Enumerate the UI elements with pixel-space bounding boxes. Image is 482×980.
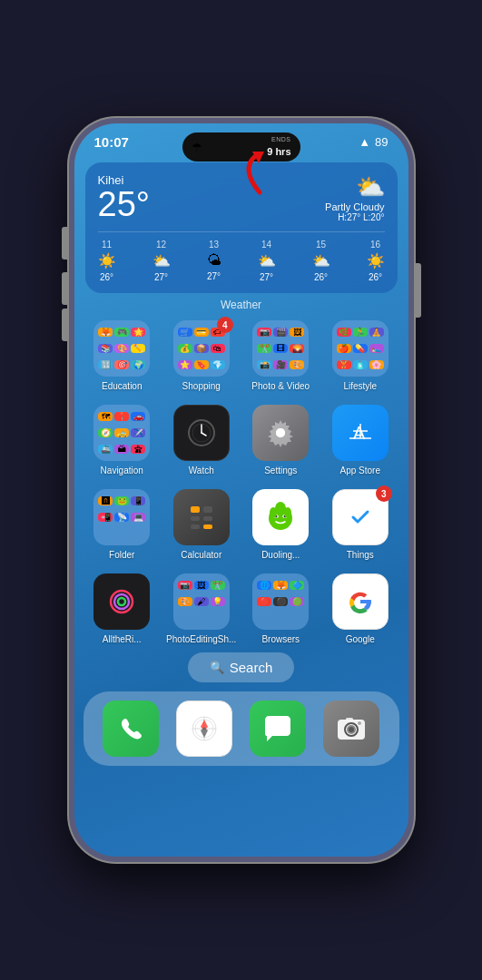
app-icon-wrap-folder: 🅰 🐸 📱 📲 📡 💻	[93, 489, 150, 545]
app-icon-wrap-lifestyle: 🌿 🏃 🧘 🍎 💊 🛌 🏋️ 🧴 🌸	[332, 320, 389, 377]
weather-top: Kihei 25° ⛅ Partly Cloudy H:27° L:20°	[98, 173, 385, 222]
app-icon-folder: 🅰 🐸 📱 📲 📡 💻	[93, 489, 150, 545]
svg-rect-37	[346, 718, 353, 720]
app-item-settings[interactable]: Settings	[244, 405, 319, 476]
phone-screen: 10:07 ▲ 89 ☂ ENDS 9 hrs	[74, 123, 408, 857]
forecast-day-3: 14 ⛅ 27°	[258, 240, 276, 282]
app-icon-google	[332, 573, 389, 630]
app-icon-wrap-browsers: 🌐 🦊 🔷 🔴 ⚫ 🟢	[252, 573, 309, 630]
app-icon-wrap-calculator	[173, 489, 230, 545]
search-pill[interactable]: 🔍 Search	[188, 652, 295, 682]
svg-rect-12	[203, 516, 212, 521]
app-item-navigation[interactable]: 🗺 📍 🚗 🧭 🚕 ✈️ 🚢 🏔 🛣 Navigation	[85, 405, 160, 476]
app-icon-wrap-photoediting: 📷 🖼 ✂️ 🎨 🖌 💡	[173, 573, 230, 630]
umbrella-icon: ☂	[192, 141, 202, 154]
app-label-photoediting: PhotoEditingSh...	[166, 634, 236, 645]
app-item-alltheri[interactable]: AlltheRi...	[85, 573, 160, 645]
forecast-day-5: 16 ☀️ 26°	[367, 240, 385, 282]
weather-condition: Partly Cloudy	[325, 201, 384, 212]
app-item-browsers[interactable]: 🌐 🦊 🔷 🔴 ⚫ 🟢 Browsers	[244, 573, 319, 645]
svg-point-36	[349, 727, 354, 732]
di-ends-label: ENDS	[267, 136, 290, 142]
app-label-calculator: Calculator	[181, 550, 221, 561]
forecast-day-0: 11 ☀️ 26°	[98, 240, 116, 282]
forecast-day-4: 15 ⛅ 26°	[312, 240, 330, 282]
app-item-google[interactable]: Google	[323, 573, 398, 645]
app-item-photoediting[interactable]: 📷 🖼 ✂️ 🎨 🖌 💡 PhotoEditingSh...	[164, 573, 239, 645]
app-item-folder[interactable]: 🅰 🐸 📱 📲 📡 💻 Folder	[85, 489, 160, 561]
app-label-browsers: Browsers	[261, 634, 300, 645]
search-magnifier-icon: 🔍	[210, 661, 224, 674]
dynamic-island[interactable]: ☂ ENDS 9 hrs	[182, 132, 300, 162]
app-item-watch[interactable]: Watch	[164, 405, 239, 476]
app-icon-wrap-watch	[173, 405, 230, 461]
app-label-things: Things	[347, 550, 374, 561]
app-item-lifestyle[interactable]: 🌿 🏃 🧘 🍎 💊 🛌 🏋️ 🧴 🌸 Lifestyle	[323, 320, 398, 392]
app-item-duolingo[interactable]: Duoling...	[244, 489, 319, 561]
svg-rect-14	[203, 524, 212, 529]
svg-rect-13	[191, 524, 200, 529]
svg-point-22	[270, 507, 277, 518]
app-icon-appstore: A	[332, 405, 389, 461]
app-label-shopping: Shopping	[182, 381, 221, 392]
weather-forecast: 11 ☀️ 26° 12 ⛅ 27° 13 🌤 27° 14 ⛅ 27	[98, 231, 385, 282]
app-item-shopping[interactable]: 🛒 💳 🏷 💰 📦 🛍 ⭐ 🔖 💎 4 Shopping	[164, 320, 239, 392]
search-bar: 🔍 Search	[74, 652, 408, 682]
badge-things: 3	[376, 485, 392, 502]
weather-icon: ⛅	[325, 173, 384, 201]
app-icon-calculator	[173, 489, 230, 545]
app-icon-lifestyle: 🌿 🏃 🧘 🍎 💊 🛌 🏋️ 🧴 🌸	[332, 320, 389, 377]
app-icon-wrap-education: 🦊 🎮 🌟 📚 🎨 ✏️ 🔢 🎯 🌍	[93, 320, 150, 377]
app-label-watch: Watch	[189, 466, 214, 476]
badge-shopping: 4	[217, 317, 233, 333]
svg-rect-10	[203, 506, 212, 513]
app-grid: 🦊 🎮 🌟 📚 🎨 ✏️ 🔢 🎯 🌍 Education	[74, 320, 408, 645]
app-icon-wrap-shopping: 🛒 💳 🏷 💰 📦 🛍 ⭐ 🔖 💎 4	[173, 320, 230, 377]
di-right: ENDS 9 hrs	[267, 136, 290, 159]
app-icon-wrap-alltheri	[93, 573, 150, 630]
wifi-icon: ▲	[359, 135, 370, 149]
app-label-settings: Settings	[264, 466, 297, 476]
app-label-education: Education	[102, 381, 142, 392]
svg-point-38	[358, 721, 361, 725]
app-item-education[interactable]: 🦊 🎮 🌟 📚 🎨 ✏️ 🔢 🎯 🌍 Education	[85, 320, 160, 392]
app-item-things[interactable]: 3 Things	[323, 489, 398, 561]
app-icon-wrap-duolingo	[252, 489, 309, 545]
weather-widget-label: Weather	[74, 299, 408, 311]
battery-icon: 89	[375, 135, 388, 149]
app-icon-wrap-navigation: 🗺 📍 🚗 🧭 🚕 ✈️ 🚢 🏔 🛣	[93, 405, 150, 461]
forecast-day-2: 13 🌤 27°	[207, 240, 221, 282]
app-label-folder: Folder	[109, 550, 134, 561]
app-item-photo-video[interactable]: 📷 🎬 🖼 ✂️ 🎞 🌄 📸 🎥 🎨 Photo & Video	[244, 320, 319, 392]
app-icon-duolingo	[252, 489, 309, 545]
app-icon-wrap-photo-video: 📷 🎬 🖼 ✂️ 🎞 🌄 📸 🎥 🎨	[252, 320, 309, 377]
svg-point-23	[284, 507, 291, 518]
app-label-appstore: App Store	[340, 466, 380, 476]
search-label: Search	[230, 660, 273, 675]
weather-high-low: H:27° L:20°	[325, 212, 384, 222]
app-icon-photo-video: 📷 🎬 🖼 ✂️ 🎞 🌄 📸 🎥 🎨	[252, 320, 309, 377]
weather-widget[interactable]: Kihei 25° ⛅ Partly Cloudy H:27° L:20° 11…	[85, 162, 398, 293]
app-icon-settings	[252, 405, 309, 461]
dock-messages-icon[interactable]	[250, 701, 306, 757]
dock-camera-icon[interactable]	[323, 701, 379, 757]
phone-device: 10:07 ▲ 89 ☂ ENDS 9 hrs	[69, 118, 414, 862]
app-label-navigation: Navigation	[101, 466, 143, 476]
weather-right: ⛅ Partly Cloudy H:27° L:20°	[325, 173, 384, 222]
dock-safari-icon[interactable]	[176, 701, 232, 757]
app-item-calculator[interactable]: Calculator	[164, 489, 239, 561]
app-item-appstore[interactable]: A App Store	[323, 405, 398, 476]
status-time: 10:07	[94, 134, 129, 150]
dock-phone-icon[interactable]	[103, 701, 159, 757]
app-icon-wrap-appstore: A	[332, 405, 389, 461]
svg-point-7	[276, 428, 285, 437]
app-icon-photoediting: 📷 🖼 ✂️ 🎨 🖌 💡	[173, 573, 230, 630]
svg-rect-11	[191, 516, 200, 521]
app-icon-watch	[173, 405, 230, 461]
app-icon-wrap-google	[332, 573, 389, 630]
app-label-google: Google	[346, 634, 375, 645]
svg-rect-9	[191, 506, 200, 513]
svg-point-27	[118, 598, 125, 605]
svg-point-26	[114, 594, 129, 609]
app-label-lifestyle: Lifestyle	[343, 381, 377, 392]
